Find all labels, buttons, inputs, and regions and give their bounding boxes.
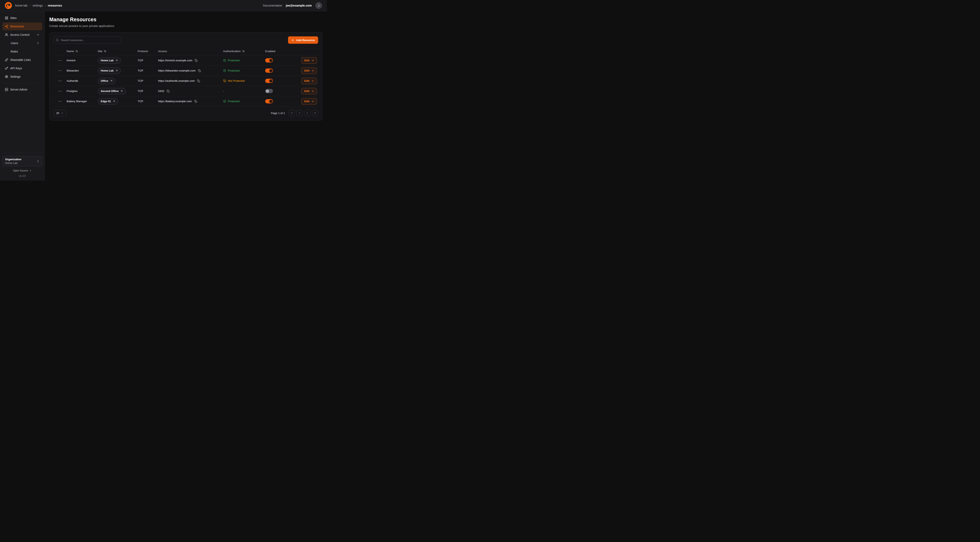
search-icon — [56, 38, 59, 42]
breadcrumb-settings[interactable]: settings — [32, 4, 43, 7]
enabled-toggle[interactable] — [265, 79, 273, 83]
copy-button[interactable] — [194, 99, 197, 103]
site-link-label: Edge 01 — [101, 100, 111, 103]
chevrons-right-icon — [313, 112, 317, 115]
edit-label: Edit — [304, 79, 309, 82]
app-logo[interactable] — [5, 2, 12, 9]
organization-selector[interactable]: Organization Home Lab — [2, 156, 42, 166]
resources-panel: Add Resource Name Site Protocol — [49, 32, 322, 121]
user-email[interactable]: joe@example.com — [286, 4, 312, 7]
edit-label: Edit — [304, 69, 309, 72]
copy-button[interactable] — [197, 79, 200, 83]
auth-status: Protected — [223, 69, 240, 72]
open-source-link[interactable]: Open Source — [2, 169, 42, 172]
external-link-icon — [120, 90, 123, 92]
column-header-enabled: Enabled — [265, 49, 291, 53]
breadcrumb: home-lab › settings › resources — [15, 4, 62, 7]
sidebar-item-label: Settings — [10, 75, 21, 78]
column-header-name[interactable]: Name — [67, 49, 98, 53]
copy-button[interactable] — [197, 69, 201, 73]
breadcrumb-current-page: resources — [48, 4, 62, 7]
add-resource-button[interactable]: Add Resource — [288, 37, 318, 44]
column-header-access: Access — [158, 49, 223, 53]
pangolin-logo-icon — [5, 2, 12, 9]
table-row: ⋯ Battery Manager Edge 01 TCP https://ba… — [54, 96, 318, 106]
sort-icon[interactable] — [75, 50, 78, 53]
edit-button[interactable]: Edit — [301, 57, 317, 64]
enabled-toggle[interactable] — [265, 69, 273, 73]
site-link-label: Home Lab — [101, 59, 114, 62]
external-link-icon — [115, 69, 118, 72]
column-header-authentication[interactable]: Authentication — [223, 49, 265, 53]
page-info: Page 1 of 1 — [271, 112, 285, 115]
user-avatar[interactable]: J — [315, 2, 322, 9]
sidebar-item-access-control[interactable]: Access Control — [2, 31, 42, 38]
last-page-button[interactable] — [312, 110, 318, 116]
site-link[interactable]: Office — [98, 78, 116, 84]
sidebar-item-api-keys[interactable]: API Keys — [2, 64, 42, 72]
sort-icon[interactable] — [242, 50, 245, 53]
column-header-label: Name — [67, 49, 74, 53]
breadcrumb-separator: › — [45, 4, 46, 7]
sidebar-item-users[interactable]: Users — [2, 39, 42, 47]
documentation-link[interactable]: Documentation — [263, 4, 282, 7]
arrow-right-icon — [311, 59, 314, 62]
chevrons-up-down-icon — [37, 160, 40, 163]
site-link[interactable]: Edge 01 — [98, 98, 118, 105]
row-menu-button[interactable]: ⋯ — [57, 58, 64, 63]
edit-button[interactable]: Edit — [301, 98, 317, 105]
table-footer: 20 Page 1 of 1 — [54, 110, 318, 116]
copy-button[interactable] — [194, 59, 198, 62]
external-link-icon — [110, 80, 113, 82]
sidebar-item-settings[interactable]: Settings — [2, 73, 42, 81]
sidebar-item-resources[interactable]: Resources — [2, 22, 42, 30]
enabled-toggle[interactable] — [265, 99, 273, 104]
shield-check-icon — [223, 100, 226, 103]
row-menu-button[interactable]: ⋯ — [57, 99, 64, 104]
page-title: Manage Resources — [49, 16, 322, 22]
site-link[interactable]: Home Lab — [98, 57, 121, 64]
enabled-toggle[interactable] — [265, 58, 273, 62]
sidebar-item-shareable-links[interactable]: Shareable Links — [2, 56, 42, 64]
search-box — [54, 37, 121, 44]
ellipsis-icon: ⋯ — [58, 69, 62, 73]
table-header-row: Name Site Protocol Access Authenticati — [54, 47, 318, 55]
edit-label: Edit — [304, 59, 309, 62]
auth-status-label: Protected — [228, 69, 240, 72]
breadcrumb-org[interactable]: home-lab — [15, 4, 27, 7]
gear-icon — [5, 75, 8, 78]
sidebar-item-server-admin[interactable]: Server Admin — [2, 86, 42, 93]
edit-button[interactable]: Edit — [301, 88, 317, 94]
page-size-select[interactable]: 20 — [54, 110, 66, 116]
edit-button[interactable]: Edit — [301, 67, 317, 74]
site-link-label: Home Lab — [101, 69, 114, 72]
copy-button[interactable] — [166, 89, 170, 93]
resource-name: Postgres — [67, 89, 98, 92]
external-link-icon — [115, 59, 118, 62]
edit-label: Edit — [304, 100, 309, 103]
first-page-button[interactable] — [289, 110, 295, 116]
row-menu-button[interactable]: ⋯ — [57, 68, 64, 73]
row-menu-button[interactable]: ⋯ — [57, 89, 64, 94]
next-page-button[interactable] — [304, 110, 310, 116]
users-icon — [5, 33, 8, 37]
resource-access: https://bitwarden.example.com — [158, 69, 196, 72]
sidebar-item-sites[interactable]: Sites — [2, 14, 42, 22]
site-link[interactable]: Second Office — [98, 88, 126, 94]
copy-icon — [167, 90, 170, 92]
prev-page-button[interactable] — [296, 110, 302, 116]
table-row: ⋯ Immich Home Lab TCP https://immich.exa… — [54, 55, 318, 65]
column-header-label: Authentication — [223, 49, 241, 53]
sidebar-item-label: Users — [11, 41, 18, 45]
search-input[interactable] — [54, 37, 121, 44]
resources-share-icon — [5, 25, 8, 28]
edit-button[interactable]: Edit — [301, 78, 317, 84]
column-header-site[interactable]: Site — [98, 49, 138, 53]
sidebar-item-roles[interactable]: Roles — [2, 48, 42, 56]
chevron-left-icon — [298, 112, 301, 115]
site-link[interactable]: Home Lab — [98, 67, 121, 74]
row-menu-button[interactable]: ⋯ — [57, 78, 64, 83]
enabled-toggle[interactable] — [265, 89, 273, 93]
sort-icon[interactable] — [104, 50, 107, 53]
resource-access: https://authentik.example.com — [158, 79, 195, 82]
